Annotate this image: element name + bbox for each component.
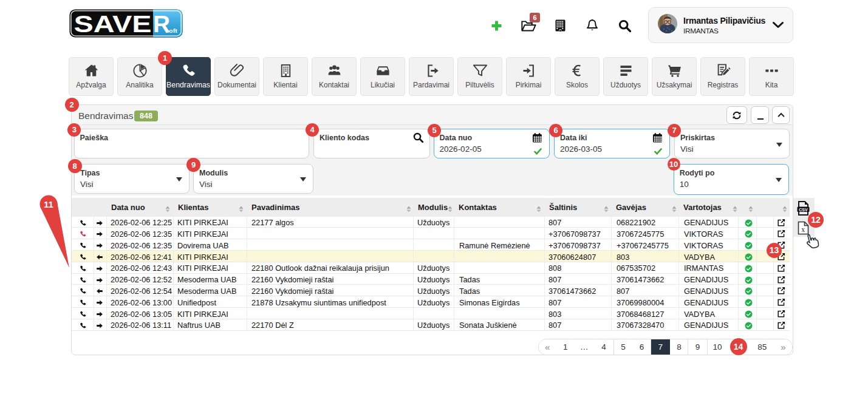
svg-text:soft: soft [165,28,177,34]
svg-text:SAVE: SAVE [74,11,152,37]
svg-text:11: 11 [44,199,53,209]
svg-text:x: x [801,226,805,233]
svg-text:CSV: CSV [799,208,808,212]
